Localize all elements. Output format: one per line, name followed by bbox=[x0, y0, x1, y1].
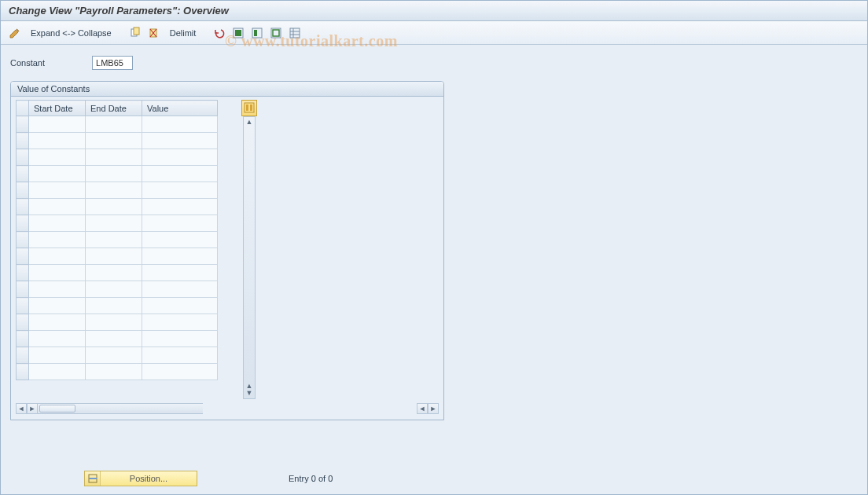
scroll-right-icon[interactable]: ► bbox=[428, 403, 439, 414]
col-value[interactable]: Value bbox=[142, 101, 218, 116]
svg-rect-16 bbox=[246, 104, 248, 111]
svg-rect-17 bbox=[250, 104, 252, 111]
position-icon bbox=[85, 471, 101, 486]
expand-collapse-button[interactable]: Expand <-> Collapse bbox=[26, 28, 116, 38]
svg-rect-8 bbox=[254, 30, 257, 36]
scroll-left-icon[interactable]: ◄ bbox=[16, 403, 27, 414]
constant-input[interactable] bbox=[92, 56, 133, 70]
form-area: Constant bbox=[1, 45, 867, 76]
table-row[interactable] bbox=[17, 265, 218, 281]
table-row[interactable] bbox=[17, 314, 218, 331]
position-button[interactable]: Position... bbox=[84, 471, 197, 486]
col-end-date[interactable]: End Date bbox=[86, 101, 142, 116]
footer: Position... Entry 0 of 0 bbox=[1, 471, 867, 486]
panel-title: Value of Constants bbox=[11, 82, 443, 97]
col-start-date[interactable]: Start Date bbox=[29, 101, 86, 116]
position-label: Position... bbox=[101, 474, 197, 483]
select-block-icon[interactable] bbox=[249, 25, 265, 41]
table-row[interactable] bbox=[17, 298, 218, 314]
copy-icon[interactable] bbox=[127, 25, 143, 41]
title-bar: Change View "Payroll Parameters": Overvi… bbox=[1, 1, 867, 21]
svg-rect-15 bbox=[245, 103, 254, 112]
application-toolbar: Expand <-> Collapse Delimit bbox=[1, 21, 867, 45]
configure-columns-icon[interactable] bbox=[242, 101, 257, 116]
table-row[interactable] bbox=[17, 347, 218, 364]
hscroll-track[interactable] bbox=[38, 403, 203, 414]
table-row[interactable] bbox=[17, 248, 218, 265]
toggle-edit-icon[interactable] bbox=[7, 25, 23, 41]
row-selector-header[interactable] bbox=[17, 101, 29, 116]
deselect-all-icon[interactable] bbox=[268, 25, 284, 41]
svg-rect-6 bbox=[235, 30, 241, 36]
table-row[interactable] bbox=[17, 116, 218, 133]
table-row[interactable] bbox=[17, 331, 218, 347]
scroll-down2-icon[interactable]: ▼ bbox=[246, 390, 253, 397]
delete-icon[interactable] bbox=[146, 25, 162, 41]
table-settings-icon[interactable] bbox=[287, 25, 303, 41]
table-row[interactable] bbox=[17, 232, 218, 248]
delimit-button[interactable]: Delimit bbox=[165, 28, 201, 38]
table-row[interactable] bbox=[17, 182, 218, 199]
horizontal-scrollbar[interactable]: ◄ ► ◄ ► bbox=[16, 402, 439, 415]
constant-label: Constant bbox=[10, 58, 45, 68]
entry-status: Entry 0 of 0 bbox=[289, 474, 333, 483]
table-row[interactable] bbox=[17, 364, 218, 380]
undo-icon[interactable] bbox=[211, 25, 227, 41]
svg-rect-1 bbox=[134, 28, 139, 35]
scroll-left2-icon[interactable]: ◄ bbox=[417, 403, 428, 414]
table-row[interactable] bbox=[17, 133, 218, 149]
constants-table[interactable]: Start Date End Date Value bbox=[16, 100, 218, 380]
table-row[interactable] bbox=[17, 215, 218, 232]
table-row[interactable] bbox=[17, 199, 218, 215]
vertical-scrollbar[interactable]: ▲ ▲ ▼ bbox=[243, 116, 256, 399]
table-row[interactable] bbox=[17, 166, 218, 182]
constants-panel: Value of Constants Start Date End Date V… bbox=[10, 81, 444, 420]
table-body bbox=[17, 116, 218, 380]
svg-rect-19 bbox=[89, 478, 97, 479]
scroll-right-step-icon[interactable]: ► bbox=[27, 403, 38, 414]
scroll-up-icon[interactable]: ▲ bbox=[246, 119, 253, 126]
hscroll-thumb[interactable] bbox=[39, 405, 75, 412]
table-row[interactable] bbox=[17, 281, 218, 298]
select-all-icon[interactable] bbox=[230, 25, 246, 41]
svg-rect-11 bbox=[290, 28, 300, 38]
page-title: Change View "Payroll Parameters": Overvi… bbox=[9, 5, 229, 16]
table-row[interactable] bbox=[17, 149, 218, 166]
